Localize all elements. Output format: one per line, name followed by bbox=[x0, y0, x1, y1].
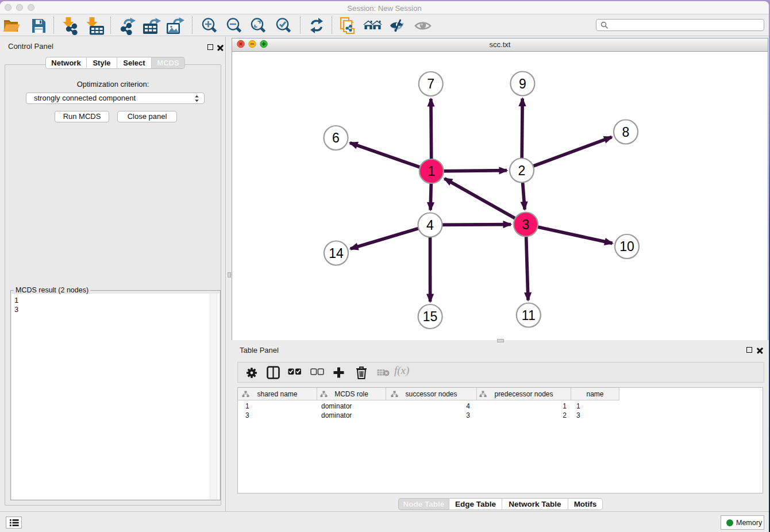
svg-text:15: 15 bbox=[423, 309, 438, 324]
svg-text:9: 9 bbox=[519, 76, 526, 91]
svg-text:7: 7 bbox=[427, 76, 434, 91]
svg-text:4: 4 bbox=[426, 218, 434, 233]
svg-text:14: 14 bbox=[329, 246, 344, 261]
svg-text:6: 6 bbox=[332, 130, 340, 145]
svg-text:10: 10 bbox=[619, 239, 634, 254]
svg-text:2: 2 bbox=[518, 163, 526, 178]
svg-text:3: 3 bbox=[522, 217, 530, 232]
svg-text:11: 11 bbox=[522, 308, 536, 323]
svg-text:8: 8 bbox=[622, 125, 630, 140]
svg-text:1: 1 bbox=[428, 164, 435, 179]
